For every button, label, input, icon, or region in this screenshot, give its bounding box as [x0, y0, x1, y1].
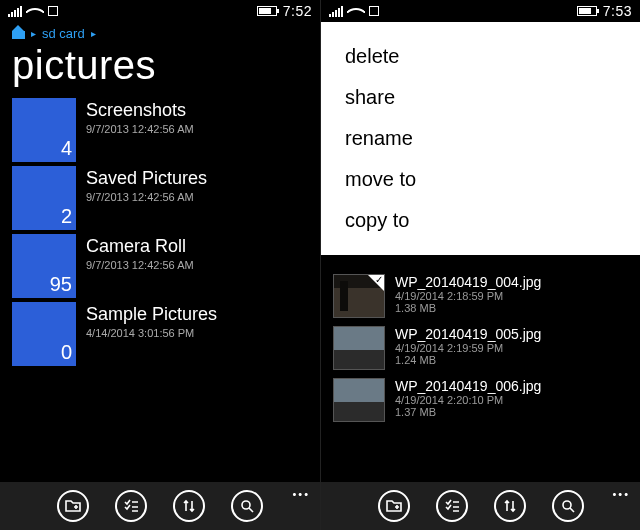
- clock: 7:53: [603, 3, 632, 19]
- sort-button[interactable]: [494, 490, 526, 522]
- notification-icon: [48, 6, 58, 16]
- menu-item-move-to[interactable]: move to: [321, 159, 640, 200]
- folder-timestamp: 9/7/2013 12:42:56 AM: [86, 259, 194, 271]
- new-folder-button[interactable]: [57, 490, 89, 522]
- wifi-icon: [349, 5, 363, 17]
- new-folder-button[interactable]: [378, 490, 410, 522]
- file-timestamp: 4/19/2014 2:20:10 PM: [395, 394, 541, 406]
- folder-plus-icon: [386, 498, 402, 514]
- menu-item-copy-to[interactable]: copy to: [321, 200, 640, 241]
- chevron-right-icon: ▸: [91, 28, 96, 39]
- svg-point-0: [242, 501, 250, 509]
- sort-button[interactable]: [173, 490, 205, 522]
- svg-point-1: [563, 501, 571, 509]
- file-timestamp: 4/19/2014 2:19:59 PM: [395, 342, 541, 354]
- menu-item-rename[interactable]: rename: [321, 118, 640, 159]
- app-bar: •••: [321, 482, 640, 530]
- folder-timestamp: 9/7/2013 12:42:56 AM: [86, 123, 194, 135]
- file-name: WP_20140419_004.jpg: [395, 274, 541, 290]
- file-name: WP_20140419_005.jpg: [395, 326, 541, 342]
- file-name: WP_20140419_006.jpg: [395, 378, 541, 394]
- status-bar: 7:52: [0, 0, 320, 22]
- file-row[interactable]: WP_20140419_006.jpg 4/19/2014 2:20:10 PM…: [333, 374, 628, 426]
- menu-item-delete[interactable]: delete: [321, 36, 640, 77]
- menu-item-share[interactable]: share: [321, 77, 640, 118]
- search-icon: [560, 498, 576, 514]
- select-button[interactable]: [436, 490, 468, 522]
- folder-tile[interactable]: 2: [12, 166, 76, 230]
- signal-icon: [8, 5, 22, 17]
- folder-tile[interactable]: 95: [12, 234, 76, 298]
- select-icon: [444, 498, 460, 514]
- file-list: ✓ WP_20140419_004.jpg 4/19/2014 2:18:59 …: [321, 270, 640, 482]
- select-button[interactable]: [115, 490, 147, 522]
- folder-name: Saved Pictures: [86, 168, 207, 189]
- folder-row[interactable]: 4 Screenshots 9/7/2013 12:42:56 AM: [12, 98, 308, 162]
- file-size: 1.24 MB: [395, 354, 541, 366]
- file-timestamp: 4/19/2014 2:18:59 PM: [395, 290, 541, 302]
- file-row[interactable]: ✓ WP_20140419_004.jpg 4/19/2014 2:18:59 …: [333, 270, 628, 322]
- folder-row[interactable]: 2 Saved Pictures 9/7/2013 12:42:56 AM: [12, 166, 308, 230]
- left-phone: 7:52 ▸ sd card ▸ pictures 4 Screenshots …: [0, 0, 320, 530]
- signal-icon: [329, 5, 343, 17]
- check-icon: ✓: [375, 274, 383, 285]
- folder-timestamp: 4/14/2014 3:01:56 PM: [86, 327, 217, 339]
- more-button[interactable]: •••: [612, 488, 630, 500]
- folder-name: Screenshots: [86, 100, 194, 121]
- context-menu: delete share rename move to copy to: [321, 22, 640, 255]
- folder-count: 4: [61, 137, 72, 160]
- folder-count: 2: [61, 205, 72, 228]
- select-icon: [123, 498, 139, 514]
- sort-icon: [502, 498, 518, 514]
- clock: 7:52: [283, 3, 312, 19]
- folder-timestamp: 9/7/2013 12:42:56 AM: [86, 191, 207, 203]
- right-phone: 7:53 delete share rename move to copy to…: [320, 0, 640, 530]
- file-size: 1.38 MB: [395, 302, 541, 314]
- folder-tile[interactable]: 4: [12, 98, 76, 162]
- notification-icon: [369, 6, 379, 16]
- folder-count: 95: [50, 273, 72, 296]
- folder-list: 4 Screenshots 9/7/2013 12:42:56 AM 2 Sav…: [0, 98, 320, 482]
- search-button[interactable]: [552, 490, 584, 522]
- breadcrumb-label[interactable]: sd card: [42, 26, 85, 41]
- app-bar: •••: [0, 482, 320, 530]
- folder-name: Sample Pictures: [86, 304, 217, 325]
- search-icon: [239, 498, 255, 514]
- sort-icon: [181, 498, 197, 514]
- file-thumbnail[interactable]: ✓: [333, 274, 385, 318]
- file-size: 1.37 MB: [395, 406, 541, 418]
- search-button[interactable]: [231, 490, 263, 522]
- file-thumbnail[interactable]: [333, 378, 385, 422]
- wifi-icon: [28, 5, 42, 17]
- folder-tile[interactable]: 0: [12, 302, 76, 366]
- battery-icon: [577, 6, 597, 16]
- folder-name: Camera Roll: [86, 236, 194, 257]
- page-title: pictures: [0, 41, 320, 98]
- folder-count: 0: [61, 341, 72, 364]
- file-row[interactable]: WP_20140419_005.jpg 4/19/2014 2:19:59 PM…: [333, 322, 628, 374]
- folder-plus-icon: [65, 498, 81, 514]
- file-thumbnail[interactable]: [333, 326, 385, 370]
- folder-row[interactable]: 95 Camera Roll 9/7/2013 12:42:56 AM: [12, 234, 308, 298]
- folder-row[interactable]: 0 Sample Pictures 4/14/2014 3:01:56 PM: [12, 302, 308, 366]
- more-button[interactable]: •••: [292, 488, 310, 500]
- chevron-right-icon: ▸: [31, 28, 36, 39]
- home-icon[interactable]: [12, 28, 25, 39]
- breadcrumb[interactable]: ▸ sd card ▸: [0, 22, 320, 41]
- battery-icon: [257, 6, 277, 16]
- status-bar: 7:53: [321, 0, 640, 22]
